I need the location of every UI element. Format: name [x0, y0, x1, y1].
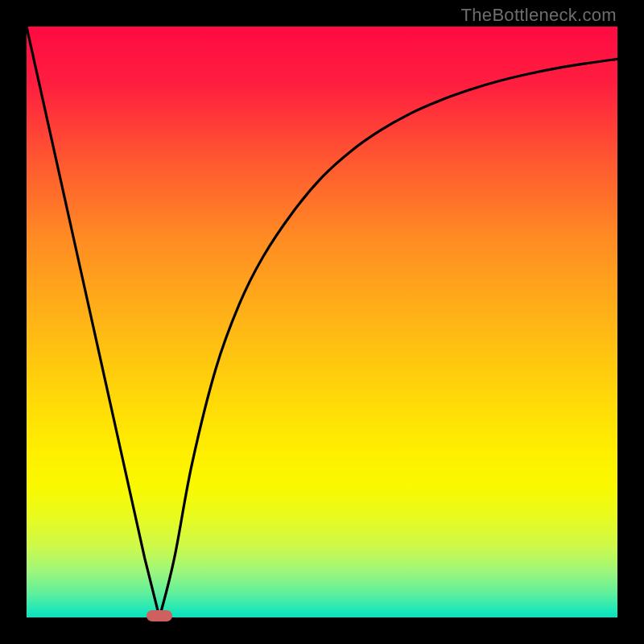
- minimum-marker: [147, 610, 172, 621]
- plot-area: [27, 27, 617, 617]
- chart-frame: TheBottleneck.com: [0, 0, 644, 644]
- bottleneck-curve: [27, 27, 617, 617]
- watermark-text: TheBottleneck.com: [461, 5, 617, 26]
